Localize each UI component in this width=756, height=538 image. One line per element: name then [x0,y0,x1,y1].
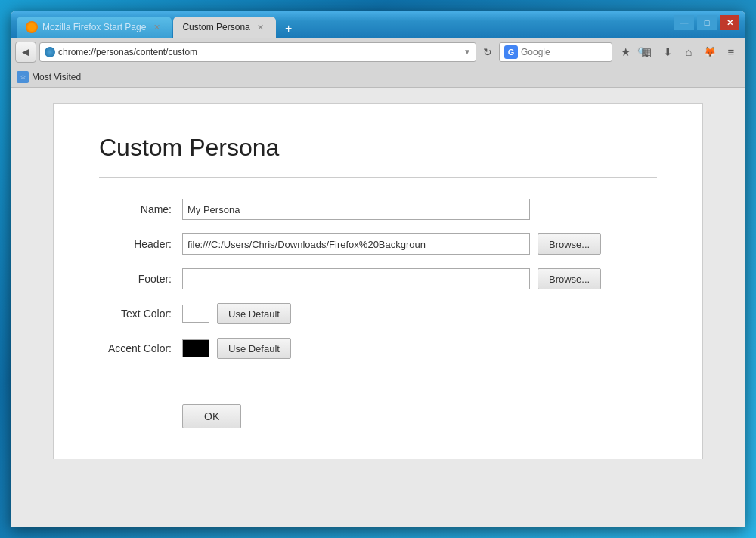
footer-input[interactable] [182,268,530,289]
tab-bar: Mozilla Firefox Start Page ✕ Custom Pers… [17,11,299,38]
close-button[interactable]: ✕ [720,15,739,30]
name-row: Name: [99,199,657,220]
nav-bar: ◀ ▼ ↻ G 🔍 ★ ▦ ⬇ ⌂ 🦊 ≡ [11,38,745,66]
home-icon[interactable]: ⌂ [679,42,699,62]
page-title: Custom Persona [99,134,657,162]
text-color-row: Text Color: Use Default [99,303,657,324]
tab-custom-label: Custom Persona [182,22,249,32]
content-area: Custom Persona Name: Header: Browse... F… [11,88,745,527]
text-color-swatch[interactable] [182,305,209,323]
header-label: Header: [99,238,182,250]
footer-label: Footer: [99,273,182,285]
bookmarks-star-icon[interactable]: ★ [615,42,635,62]
name-input[interactable] [182,199,530,220]
new-tab-button[interactable]: + [279,20,299,38]
tab-custom-persona[interactable]: Custom Persona ✕ [173,17,275,38]
address-input[interactable] [58,47,460,57]
tab-mozilla-label: Mozilla Firefox Start Page [42,22,146,32]
nav-icons: ★ ▦ ⬇ ⌂ 🦊 ≡ [615,42,741,62]
header-browse-button[interactable]: Browse... [538,233,601,255]
download-icon[interactable]: ⬇ [658,42,677,62]
address-dropdown-icon[interactable]: ▼ [463,48,471,56]
history-icon[interactable]: ▦ [637,42,656,62]
back-button[interactable]: ◀ [15,42,36,63]
header-row: Header: Browse... [99,233,657,255]
globe-icon [45,47,55,57]
bookmarks-icon: ☆ [17,71,29,83]
menu-icon[interactable]: ≡ [721,42,741,62]
name-label: Name: [99,203,182,215]
text-color-use-default-button[interactable]: Use Default [217,303,291,324]
bookmarks-bar: ☆ Most Visited [11,66,745,88]
address-bar[interactable]: ▼ [39,42,476,62]
firefox-icon [26,21,38,33]
text-color-label: Text Color: [99,308,182,320]
persona-icon[interactable]: 🦊 [700,42,720,62]
minimize-button[interactable]: — [674,15,694,30]
window-controls: — □ ✕ [674,15,739,30]
tab-custom-close[interactable]: ✕ [255,21,267,33]
accent-color-row: Accent Color: Use Default [99,338,657,359]
ok-button[interactable]: OK [182,404,241,428]
divider [99,177,657,178]
accent-color-swatch[interactable] [182,339,209,357]
footer-browse-button[interactable]: Browse... [538,268,601,289]
google-icon: G [504,45,518,59]
search-bar[interactable]: G 🔍 [499,42,612,62]
header-input[interactable] [182,233,530,255]
accent-color-use-default-button[interactable]: Use Default [217,338,291,359]
most-visited-link[interactable]: Most Visited [32,72,81,82]
browser-window: Mozilla Firefox Start Page ✕ Custom Pers… [11,11,745,527]
page-content: Custom Persona Name: Header: Browse... F… [53,103,703,459]
tab-mozilla-start[interactable]: Mozilla Firefox Start Page ✕ [17,17,172,38]
reload-button[interactable]: ↻ [479,44,496,60]
maximize-button[interactable]: □ [697,15,717,30]
footer-row: Footer: Browse... [99,268,657,289]
tab-mozilla-close[interactable]: ✕ [150,21,163,33]
title-bar: Mozilla Firefox Start Page ✕ Custom Pers… [11,11,745,38]
accent-color-label: Accent Color: [99,342,182,354]
